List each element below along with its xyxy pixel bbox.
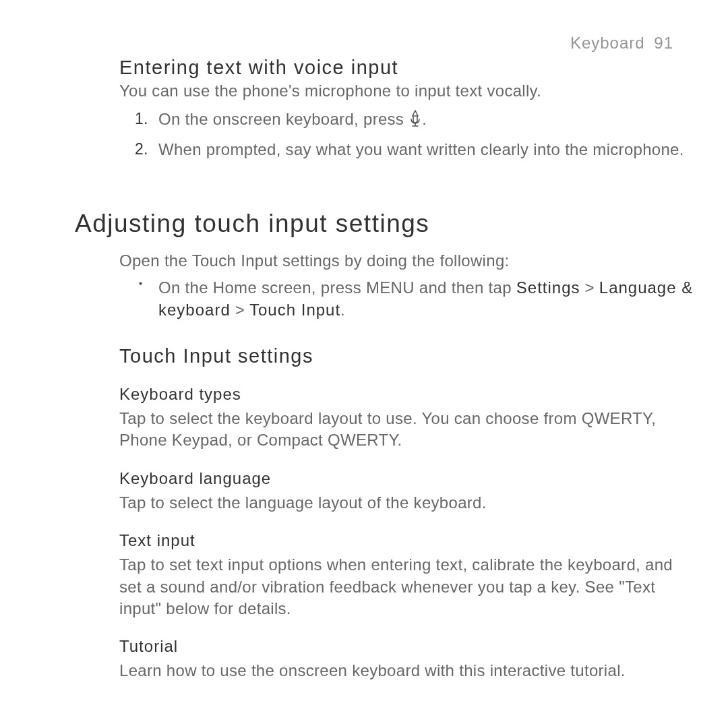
voice-input-heading: Entering text with voice input (119, 57, 728, 79)
microphone-icon (408, 109, 422, 132)
tutorial-heading: Tutorial (119, 637, 728, 656)
voice-input-intro: You can use the phone's microphone to in… (119, 82, 686, 100)
text-input-body: Tap to set text input options when enter… (119, 554, 686, 619)
adjust-bullets: On the Home screen, press MENU and then … (135, 277, 728, 321)
sep2: > (231, 301, 249, 319)
adjust-settings-intro: Open the Touch Input settings by doing t… (119, 250, 686, 272)
voice-step-1-text-b: . (422, 110, 427, 128)
text-input-heading: Text input (119, 531, 728, 550)
manual-page: Keyboard 91 Entering text with voice inp… (0, 0, 728, 728)
bullet-end: . (340, 301, 345, 319)
page-number: 91 (654, 34, 673, 52)
touch-input-settings-heading: Touch Input settings (119, 345, 728, 367)
touch-input-label: Touch Input (249, 301, 340, 319)
voice-step-1: On the onscreen keyboard, press . (135, 109, 698, 132)
adjust-bullet-1: On the Home screen, press MENU and then … (135, 277, 698, 321)
bullet-text-a: On the Home screen, press MENU and then … (158, 278, 516, 297)
keyboard-types-heading: Keyboard types (119, 385, 728, 404)
settings-label: Settings (516, 278, 580, 297)
adjust-settings-heading: Adjusting touch input settings (75, 210, 728, 238)
voice-steps: On the onscreen keyboard, press . When p… (135, 109, 728, 161)
keyboard-language-body: Tap to select the language layout of the… (119, 492, 686, 514)
voice-step-1-text-a: On the onscreen keyboard, press (158, 110, 408, 128)
tutorial-body: Learn how to use the onscreen keyboard w… (119, 660, 686, 681)
section-name: Keyboard (570, 34, 645, 52)
sep1: > (580, 278, 599, 297)
keyboard-language-heading: Keyboard language (119, 469, 728, 488)
keyboard-types-body: Tap to select the keyboard layout to use… (119, 408, 686, 452)
voice-step-2: When prompted, say what you want written… (135, 139, 698, 160)
running-header: Keyboard 91 (570, 34, 673, 53)
